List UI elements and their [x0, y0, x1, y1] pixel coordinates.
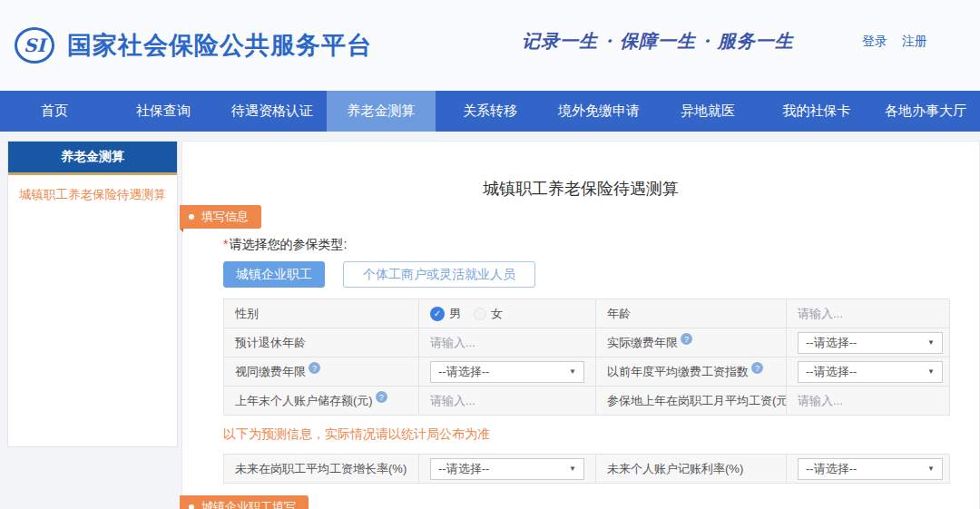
age-input[interactable]: 请输入...: [798, 306, 843, 322]
wage-index-label: 以前年度平均缴费工资指数 ?: [596, 357, 787, 387]
deemed-years-help-icon[interactable]: ?: [309, 362, 320, 374]
retire-age-input[interactable]: 请输入...: [430, 335, 475, 351]
local-avg-wage-label: 参保地上年在岗职工月平均工资(元) ?: [596, 387, 787, 416]
future-interest-label: 未来个人账户记账利率(%): [596, 455, 787, 484]
site-logo-icon[interactable]: SI: [15, 27, 54, 64]
content-area: 养老金测算 城镇职工养老保险待遇测算 城镇职工养老保险待遇测算 填写信息 *请选…: [0, 132, 980, 509]
account-balance-label: 上年末个人账户储存额(元) ?: [224, 387, 419, 416]
nav-item-transfer[interactable]: 关系转移: [436, 91, 544, 132]
radio-male-checked-icon[interactable]: ✓: [430, 307, 445, 321]
register-link[interactable]: 注册: [902, 34, 927, 48]
nav-item-remote-medical[interactable]: 异地就医: [653, 91, 762, 132]
nav-item-eligibility[interactable]: 待遇资格认证: [218, 91, 327, 132]
site-title: 国家社会保险公共服务平台: [67, 29, 372, 62]
form-area: *请选择您的参保类型: 城镇企业职工 个体工商户或灵活就业人员 性别 ✓ 男 女: [223, 237, 949, 484]
chevron-down-icon: ▼: [927, 465, 935, 473]
sidebar: 养老金测算 城镇职工养老保险待遇测算: [7, 141, 178, 447]
deemed-years-select[interactable]: --请选择-- ▼: [430, 361, 584, 383]
top-header: SI 国家社会保险公共服务平台 记录一生 · 保障一生 · 服务一生 登录 注册: [0, 0, 980, 91]
gender-radio-group[interactable]: ✓ 男 女: [430, 306, 503, 322]
wage-index-help-icon[interactable]: ?: [751, 362, 763, 374]
account-balance-help-icon[interactable]: ?: [376, 391, 387, 403]
nav-item-social-query[interactable]: 社保查询: [109, 91, 218, 132]
nav-item-pension-calc[interactable]: 养老金测算: [327, 91, 436, 132]
chevron-down-icon: ▼: [569, 465, 576, 473]
account-balance-input[interactable]: 请输入...: [430, 393, 475, 409]
forecast-info-table: 未来在岗职工平均工资增长率(%) --请选择-- ▼ 未来个人账户记账利率(%)…: [223, 454, 949, 484]
future-wage-growth-select[interactable]: --请选择-- ▼: [430, 458, 584, 480]
radio-female-unchecked-icon[interactable]: [474, 308, 486, 320]
radio-male-label[interactable]: 男: [449, 306, 461, 322]
forecast-note: 以下为预测信息，实际情况请以统计局公布为准: [223, 426, 949, 445]
chevron-down-icon: ▼: [569, 367, 576, 376]
sidebar-header: 养老金测算: [8, 142, 177, 175]
nav-item-overseas-exemption[interactable]: 境外免缴申请: [544, 91, 653, 132]
gender-label: 性别: [224, 299, 419, 328]
page-title: 城镇职工养老保险待遇测算: [182, 178, 979, 200]
main-panel: 城镇职工养老保险待遇测算 填写信息 *请选择您的参保类型: 城镇企业职工 个体工…: [181, 141, 980, 509]
local-avg-wage-input[interactable]: 请输入...: [798, 393, 843, 409]
auth-links: 登录 注册: [851, 34, 927, 50]
slogan-text: 记录一生 · 保障一生 · 服务一生: [522, 29, 821, 54]
participation-type-label: *请选择您的参保类型:: [223, 237, 949, 253]
retire-age-label: 预计退休年龄: [224, 328, 419, 357]
chevron-down-icon: ▼: [927, 367, 935, 376]
nav-item-social-card[interactable]: 我的社保卡: [762, 91, 871, 132]
wage-index-select[interactable]: --请选择-- ▼: [798, 361, 943, 383]
nav-item-local-halls[interactable]: 各地办事大厅: [871, 91, 980, 132]
site-logo-text: SI: [24, 34, 45, 56]
basic-info-table: 性别 ✓ 男 女 年龄 请输入... 预计退休年龄 请输入... 实际缴费年限: [223, 299, 949, 416]
required-asterisk: *: [223, 237, 228, 251]
main-nav: 首页 社保查询 待遇资格认证 养老金测算 关系转移 境外免缴申请 异地就医 我的…: [0, 91, 980, 132]
deemed-years-label: 视同缴费年限 ?: [224, 357, 419, 387]
type-button-urban-enterprise[interactable]: 城镇企业职工: [223, 261, 325, 288]
participation-type-buttons: 城镇企业职工 个体工商户或灵活就业人员: [223, 261, 949, 288]
login-link[interactable]: 登录: [862, 34, 887, 48]
nav-item-home[interactable]: 首页: [0, 91, 109, 132]
age-label: 年龄: [596, 299, 787, 328]
type-button-self-employed[interactable]: 个体工商户或灵活就业人员: [343, 261, 535, 288]
future-wage-growth-label: 未来在岗职工平均工资增长率(%): [224, 455, 419, 484]
actual-years-label: 实际缴费年限 ?: [596, 328, 787, 357]
actual-years-help-icon[interactable]: ?: [681, 333, 692, 345]
chevron-down-icon: ▼: [927, 338, 935, 347]
section-badge-fill-info: 填写信息: [180, 205, 261, 229]
section-badge-urban-enterprise-fill: 城镇企业职工填写: [180, 495, 309, 509]
actual-years-select[interactable]: --请选择-- ▼: [798, 332, 943, 354]
future-interest-select[interactable]: --请选择-- ▼: [798, 458, 943, 480]
radio-female-label[interactable]: 女: [491, 306, 503, 322]
sidebar-item-urban-worker-calc[interactable]: 城镇职工养老保险待遇测算: [8, 175, 177, 215]
